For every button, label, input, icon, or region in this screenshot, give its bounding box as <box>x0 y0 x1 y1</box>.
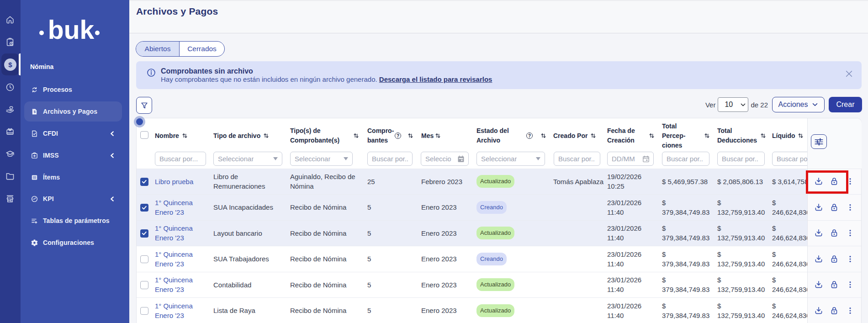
svg-text:$: $ <box>34 109 36 113</box>
